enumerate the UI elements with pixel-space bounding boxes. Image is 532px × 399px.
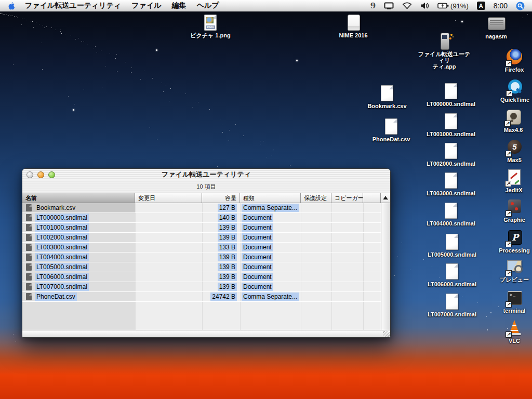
table-row[interactable]: LT000000.sndlmal 140 B Document [22, 213, 381, 223]
column-header-name[interactable]: 名前 [22, 193, 135, 203]
size-cell: 140 B [202, 214, 240, 222]
alias-arrow-icon: ↗ [505, 181, 511, 187]
file-name: PhoneDat.csv [35, 292, 77, 301]
desktop-icon-image [378, 84, 396, 102]
menu-edit[interactable]: 編集 [167, 1, 192, 10]
table-row[interactable]: LT007000.sndlmal 139 B Document [22, 282, 381, 292]
airport-menu-extra[interactable] [399, 2, 415, 9]
desktop-icon-phonedat.csv[interactable]: PhoneDat.csv [363, 117, 420, 142]
table-row[interactable]: LT003000.sndlmal 133 B Document [22, 243, 381, 252]
desktop-icon-ピクチャ-1.png[interactable]: PNG ピクチャ 1.png [182, 14, 239, 38]
column-header-copyguard[interactable]: コピーガード [331, 193, 363, 203]
document-icon [26, 204, 32, 211]
desktop-icon-label: LT006000.sndlmal [423, 281, 481, 287]
window-title-bar[interactable]: ファイル転送ユーティリティ [22, 169, 390, 181]
desktop-icon-lt003000.sndlmal[interactable]: LT003000.sndlmal [422, 171, 480, 196]
script-menu-extra[interactable]: 9 [367, 1, 379, 10]
desktop-icon-image [443, 292, 461, 310]
desktop-icon-nagasm[interactable]: nagasm [468, 15, 525, 39]
desktop-icon-lt002000.sndlmal[interactable]: LT002000.sndlmal [422, 142, 480, 167]
menu-help[interactable]: ヘルプ [192, 1, 224, 10]
size-cell: 139 B [202, 273, 240, 281]
desktop-icon-image: ↗ [505, 258, 524, 275]
menu-app-name[interactable]: ファイル転送ユーティリティ [20, 1, 126, 10]
desktop-icon-ファイル転送ユーティリ-ティ.app[interactable]: ファイル転送ユーティリ ティ.app [416, 32, 473, 70]
desktop-icon-image: ↗ [505, 198, 524, 216]
table-row[interactable]: LT004000.sndlmal 139 B Document [22, 252, 381, 262]
desktop-icon-lt005000.sndlmal[interactable]: LT005000.sndlmal [423, 233, 481, 258]
battery-menu-extra[interactable]: (91%) [434, 2, 472, 10]
document-icon [26, 214, 32, 221]
size-cell: 139 B [202, 233, 240, 242]
desktop-icon-lt007000.sndlmal[interactable]: LT007000.sndlmal [423, 292, 481, 317]
desktop-icon-image: PNG [201, 14, 220, 31]
file-size: 139 B [218, 233, 237, 242]
desktop-icon-lt001000.sndlmal[interactable]: LT001000.sndlmal [422, 112, 480, 137]
alias-arrow-icon: ↗ [504, 121, 511, 127]
display-icon [384, 2, 394, 10]
file-size: 139 B [218, 263, 237, 271]
file-kind: Comma Separate... [242, 292, 299, 301]
document-icon [26, 254, 32, 261]
desktop-icon-image [435, 32, 454, 50]
input-menu-extra[interactable]: A [474, 2, 488, 10]
spotlight-menu-extra[interactable] [513, 2, 528, 10]
item-count-bar: 10 項目 [22, 180, 390, 193]
desktop-icon-graphic[interactable]: ↗ Graphic [486, 198, 532, 223]
desktop-icon-max5[interactable]: 5↗ Max5 [486, 138, 532, 163]
desktop-icon-firefox[interactable]: ↗ Firefox [486, 48, 532, 73]
desktop-icon-vlc[interactable]: ↗ VLC [486, 319, 532, 344]
desktop-icon-label: NIME 2016 [325, 32, 382, 38]
document-icon [26, 263, 32, 271]
table-row[interactable]: LT001000.sndlmal 139 B Document [22, 223, 381, 233]
column-header-kind[interactable]: 種類 [240, 193, 301, 203]
desktop-icon-lt004000.sndlmal[interactable]: LT004000.sndlmal [422, 202, 480, 227]
resize-grip-icon[interactable] [383, 331, 390, 337]
menu-extras: 9 [367, 1, 532, 10]
desktop-icon-lt000000.sndlmal[interactable]: LT000000.sndlmal [422, 82, 480, 107]
desktop-icon-label: JeditX [485, 187, 532, 193]
table-row[interactable]: LT002000.sndlmal 139 B Document [22, 233, 381, 243]
displays-menu-extra[interactable] [381, 2, 397, 10]
desktop-icon-lt006000.sndlmal[interactable]: LT006000.sndlmal [423, 262, 481, 287]
size-cell: 133 B [202, 243, 240, 251]
file-size: 24742 B [210, 292, 237, 301]
desktop-icon-image [442, 171, 460, 189]
desktop-icon-label: Max5 [486, 157, 532, 163]
menu-file[interactable]: ファイル [126, 1, 166, 10]
table-row[interactable]: Bookmark.csv 127 B Comma Separate... [22, 203, 381, 213]
desktop-icon-nime-2016[interactable]: NIME 2016 [325, 14, 382, 38]
desktop-icon-terminal[interactable]: ↗ terminal [486, 289, 532, 314]
file-name: LT005000.sndlmal [35, 263, 89, 271]
file-name: LT001000.sndlmal [35, 223, 89, 232]
desktop-icon-image: ↗ [505, 229, 524, 246]
desktop-icon-jeditx[interactable]: ↗ JeditX [485, 168, 532, 193]
desktop-icon-label: ピクチャ 1.png [182, 32, 239, 38]
desktop-icon-image: ↗ [505, 48, 524, 65]
apple-menu[interactable] [0, 2, 20, 10]
file-size: 139 B [218, 223, 237, 232]
column-header-protect[interactable]: 保護設定 [301, 193, 331, 203]
desktop-icon-max4.6[interactable]: ↗ Max4.6 [485, 108, 532, 133]
size-cell: 127 B [202, 204, 240, 212]
desktop-icon-quicktime[interactable]: ↗ QuickTime [486, 78, 532, 103]
kind-cell: Document [240, 253, 273, 261]
alias-arrow-icon: ↗ [506, 151, 512, 157]
volume-menu-extra[interactable] [417, 2, 432, 9]
table-row[interactable]: LT005000.sndlmal 139 B Document [22, 262, 381, 272]
desktop-icon-bookmark.csv[interactable]: Bookmark.csv [358, 84, 416, 109]
menu-clock[interactable]: 8:00 [490, 2, 511, 10]
document-icon [26, 224, 32, 231]
vertical-scrollbar[interactable] [381, 203, 390, 330]
sort-direction-button[interactable] [381, 193, 390, 203]
column-header-date[interactable]: 変更日 [135, 193, 202, 203]
desktop-icon-image: ↗ [504, 108, 523, 126]
desktop-icon-image: ↗ [505, 319, 524, 337]
table-row[interactable]: LT006000.sndlmal 139 B Document [22, 272, 381, 282]
alias-arrow-icon: ↗ [506, 270, 512, 276]
desktop-icon-processing[interactable]: ↗ Processing [486, 229, 532, 254]
window-footer [22, 330, 390, 337]
table-row[interactable]: PhoneDat.csv 24742 B Comma Separate... [22, 292, 381, 302]
desktop-icon-プレビュー[interactable]: ↗ プレビュー [486, 258, 532, 283]
column-header-size[interactable]: 容量 [202, 193, 240, 203]
